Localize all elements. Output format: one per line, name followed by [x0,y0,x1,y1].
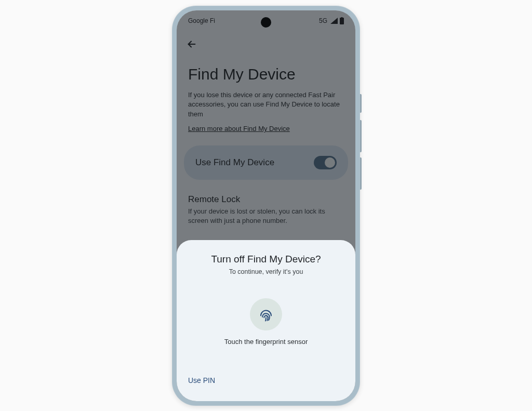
sheet-subtitle: To continue, verify it's you [187,268,345,275]
use-pin-button[interactable]: Use PIN [187,373,216,388]
power-button[interactable] [360,94,362,113]
volume-up-button[interactable] [360,120,362,152]
phone-screen: Google Fi 5G Find My Device If you lose … [177,10,355,401]
sheet-title: Turn off Find My Device? [187,254,345,265]
fingerprint-sensor-target[interactable] [250,298,282,330]
fingerprint-icon [258,307,274,322]
fingerprint-instruction: Touch the fingerprint sensor [187,338,345,346]
volume-down-button[interactable] [360,157,362,190]
phone-frame: Google Fi 5G Find My Device If you lose … [172,6,360,406]
biometric-prompt-sheet: Turn off Find My Device? To continue, ve… [177,240,355,401]
